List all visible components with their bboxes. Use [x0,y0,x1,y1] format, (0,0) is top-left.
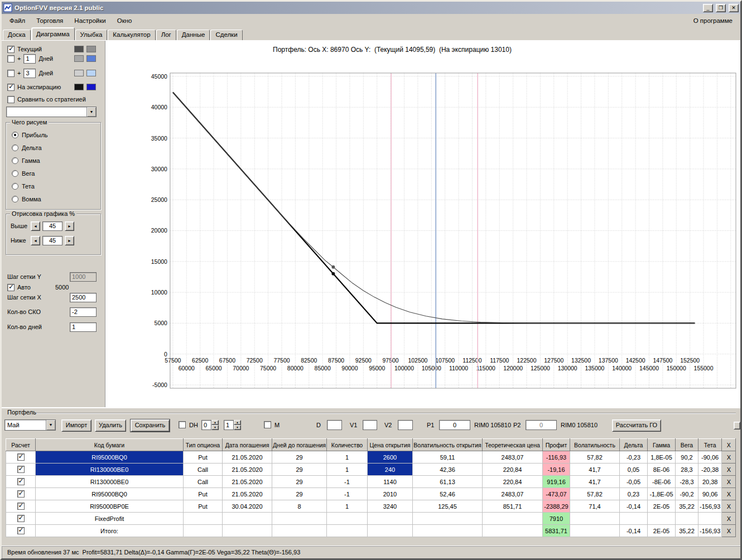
radio-button[interactable] [12,157,18,164]
cell-option-type[interactable]: Call [184,464,223,476]
cell-vega[interactable]: 35,22 [676,525,698,537]
cell-days-left[interactable]: 29 [272,488,327,500]
cell-gamma[interactable]: -1,8E-05 [648,488,676,500]
cell-open-volatility[interactable]: 42,36 [413,464,483,476]
menu-item-0[interactable]: Файл [4,15,31,26]
maximize-button[interactable]: ❐ [716,4,726,12]
cell-expiry-date[interactable]: 21.05.2020 [223,476,272,488]
cell-theor-price[interactable] [483,525,543,537]
tab-2[interactable]: Улыбка [75,30,108,40]
cell-vega[interactable]: -90,2 [676,488,698,500]
cell-theta[interactable]: 90,06 [698,488,722,500]
auto-checkbox[interactable] [7,284,15,291]
decrease-above-button[interactable] [31,221,40,231]
row-calc-checkbox[interactable] [17,503,25,510]
menu-about[interactable]: О программе [688,15,738,26]
column-header[interactable]: Дней до погашения [272,439,327,451]
cell-expiry-date[interactable] [223,525,272,537]
p2-input[interactable] [526,420,557,430]
cell-days-left[interactable] [272,525,327,537]
cell-quantity[interactable]: -1 [327,488,368,500]
tab-0[interactable]: Доска [3,30,31,40]
cell-volatility[interactable]: 57,82 [570,488,620,500]
column-header[interactable]: Дельта [620,439,648,451]
cell-open-price[interactable]: 240 [368,464,413,476]
cell-code[interactable]: FixedProfit [36,513,184,525]
panel-options-button[interactable] [734,422,740,429]
chevron-down-icon[interactable] [46,420,55,430]
menu-item-3[interactable]: Окно [112,15,138,26]
cell-open-volatility[interactable] [413,525,483,537]
cell-expiry-date[interactable]: 30.04.2020 [223,500,272,513]
radio-button[interactable] [12,183,18,190]
cell-quantity[interactable]: 1 [327,464,368,476]
cell-gamma[interactable] [648,513,676,525]
plus3-checkbox[interactable] [7,70,15,77]
cell-delta[interactable] [620,513,648,525]
cell-profit[interactable]: 919,16 [543,476,570,488]
expiry-checkbox[interactable] [7,84,15,91]
cell-open-price[interactable] [368,513,413,525]
radio-button[interactable] [12,196,18,202]
row-calc-checkbox[interactable] [17,490,25,498]
column-header[interactable]: Расчет [6,439,36,451]
cell-volatility[interactable] [570,525,620,537]
tab-5[interactable]: Данные [177,30,210,40]
cell-gamma[interactable]: 2E-05 [648,500,676,513]
cell-days-left[interactable]: 29 [272,476,327,488]
tab-3[interactable]: Калькулятор [108,30,155,40]
cell-theta[interactable]: -156,93 [698,500,722,513]
cell-code[interactable]: RI95000BQ0 [36,488,184,500]
cell-option-type[interactable]: Put [184,488,223,500]
cell-delta[interactable]: -0,14 [620,500,648,513]
delete-button[interactable]: Удалить [95,419,126,432]
m-checkbox[interactable] [264,421,271,428]
radio-button[interactable] [12,170,18,177]
row-calc-checkbox[interactable] [17,515,25,522]
cell-theor-price[interactable]: 220,84 [483,464,543,476]
radio-button[interactable] [12,132,18,138]
column-header[interactable]: Вега [676,439,698,451]
cell-vega[interactable]: -28,3 [676,476,698,488]
cell-days-left[interactable]: 29 [272,464,327,476]
cell-expiry-date[interactable]: 21.05.2020 [223,488,272,500]
cell-open-price[interactable]: 1140 [368,476,413,488]
column-header[interactable]: Цена открытия [368,439,413,451]
increase-above-button[interactable] [65,221,74,231]
save-button[interactable]: Сохранить [131,419,170,432]
column-header[interactable]: Теоретическая цена [483,439,543,451]
cell-profit[interactable]: -473,07 [543,488,570,500]
decrease-below-button[interactable] [31,236,40,245]
cell-open-volatility[interactable] [413,513,483,525]
cell-code[interactable]: RI130000BE0 [36,476,184,488]
menu-item-2[interactable]: Настройки [69,15,111,26]
cell-code[interactable]: RI95000BP0E [36,500,184,513]
cell-open-price[interactable] [368,525,413,537]
column-header[interactable]: Код бумаги [36,439,184,451]
cell-open-price[interactable]: 2600 [368,451,413,464]
cell-profit[interactable]: 7910 [543,513,570,525]
spinner-down-icon[interactable] [211,425,219,430]
cell-vega[interactable]: 28,3 [676,464,698,476]
import-button[interactable]: Импорт [61,419,91,432]
cell-volatility[interactable]: 57,82 [570,451,620,464]
cell-profit[interactable]: 5831,71 [543,525,570,537]
cell-days-left[interactable]: 29 [272,451,327,464]
sko-input[interactable] [70,307,97,317]
cell-quantity[interactable]: 1 [327,500,368,513]
grid-x-input[interactable] [70,293,97,302]
cell-delta[interactable]: 0,23 [620,488,648,500]
column-header[interactable]: Количество [327,439,368,451]
dh-checkbox[interactable] [179,421,186,428]
tab-1[interactable]: Диаграмма [31,27,75,40]
days-input[interactable] [70,322,97,332]
cell-theor-price[interactable]: 2483,07 [483,488,543,500]
cell-open-volatility[interactable]: 61,13 [413,476,483,488]
cell-delta[interactable]: -0,14 [620,525,648,537]
cell-volatility[interactable]: 41,7 [570,464,620,476]
cell-quantity[interactable] [327,513,368,525]
cell-theta[interactable]: 20,38 [698,476,722,488]
cell-option-type[interactable]: Put [184,451,223,464]
cell-gamma[interactable]: 2E-05 [648,525,676,537]
cell-expiry-date[interactable] [223,513,272,525]
